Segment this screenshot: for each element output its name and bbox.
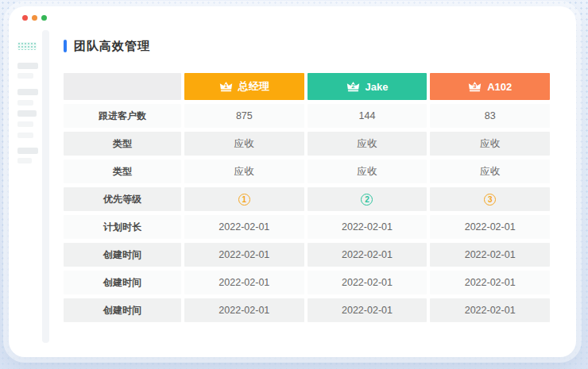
table-cell: 1	[184, 187, 304, 211]
table-cell: 应收	[184, 132, 304, 156]
row-label: 创建时间	[64, 271, 181, 294]
table-cell: 应收	[184, 160, 304, 183]
table-cell: 2022-02-01	[184, 271, 304, 294]
sidebar	[9, 6, 42, 357]
sidebar-skeleton-bar	[17, 148, 38, 154]
crown-rank-icon: 2	[346, 81, 360, 92]
table-cell: 83	[430, 104, 550, 128]
table-cell: 应收	[430, 160, 550, 183]
table-cell: 2	[308, 187, 427, 211]
sidebar-skeleton-bar	[17, 63, 38, 69]
table-cell: 2022-02-01	[184, 298, 304, 322]
table-cell: 应收	[430, 132, 550, 156]
column-header-jake[interactable]: 2 Jake	[308, 73, 427, 100]
page-title: 团队高效管理	[74, 39, 150, 54]
title-accent-bar	[64, 40, 67, 52]
sidebar-skeleton-bar	[17, 158, 32, 163]
column-header-label: Jake	[366, 81, 389, 93]
row-label: 优先等级	[64, 187, 181, 211]
table-row-priority: 优先等级 1 2 3	[64, 187, 550, 211]
column-header-label: 总经理	[238, 79, 269, 94]
row-label: 计划时长	[64, 215, 181, 239]
table-cell: 2022-02-01	[308, 243, 427, 267]
table-cell: 2022-02-01	[308, 298, 427, 322]
sidebar-skeleton-bar	[17, 133, 33, 138]
priority-badge: 2	[361, 194, 373, 206]
priority-badge: 3	[484, 194, 496, 206]
table-row: 创建时间 2022-02-01 2022-02-01 2022-02-01	[64, 271, 550, 294]
main-content: 团队高效管理 1 总经理	[49, 6, 576, 357]
app-window: 团队高效管理 1 总经理	[9, 6, 576, 357]
column-header-label: A102	[487, 81, 512, 93]
column-header-gm[interactable]: 1 总经理	[184, 73, 304, 100]
svg-text:3: 3	[473, 83, 476, 90]
logo-placeholder	[17, 42, 37, 50]
table-cell: 144	[308, 104, 427, 128]
table-cell: 2022-02-01	[430, 215, 550, 239]
table-row: 跟进客户数 875 144 83	[64, 104, 550, 128]
row-label: 创建时间	[64, 243, 181, 267]
table-cell: 2022-02-01	[430, 271, 550, 294]
svg-text:1: 1	[224, 83, 228, 90]
sidebar-skeleton-bar	[17, 100, 33, 106]
table-cell: 2022-02-01	[308, 271, 427, 294]
table-row: 类型 应收 应收 应收	[64, 132, 550, 156]
table-header-row: 1 总经理 2 Jake	[64, 73, 550, 100]
table-row: 创建时间 2022-02-01 2022-02-01 2022-02-01	[64, 243, 550, 267]
table-corner-cell	[64, 73, 181, 100]
sidebar-divider	[42, 30, 49, 343]
section-header: 团队高效管理	[64, 38, 576, 54]
table-cell: 2022-02-01	[430, 243, 550, 267]
row-label: 跟进客户数	[64, 104, 181, 128]
table-row: 类型 应收 应收 应收	[64, 160, 550, 183]
row-label: 类型	[64, 160, 181, 183]
table-cell: 2022-02-01	[184, 215, 304, 239]
table-cell: 2022-02-01	[430, 298, 550, 322]
column-header-a102[interactable]: 3 A102	[430, 73, 550, 100]
team-table: 1 总经理 2 Jake	[64, 73, 550, 322]
crown-rank-icon: 3	[468, 81, 482, 92]
table-cell: 3	[430, 187, 550, 211]
row-label: 类型	[64, 132, 181, 156]
table-cell: 2022-02-01	[184, 243, 304, 267]
crown-rank-icon: 1	[219, 81, 233, 92]
sidebar-skeleton-bar	[17, 121, 33, 127]
table-row: 计划时长 2022-02-01 2022-02-01 2022-02-01	[64, 215, 550, 239]
sidebar-skeleton-bar	[17, 89, 38, 95]
desktop-background: 团队高效管理 1 总经理	[0, 0, 588, 369]
sidebar-skeleton-bar	[17, 73, 33, 79]
svg-text:2: 2	[351, 83, 354, 90]
zoom-button[interactable]	[41, 15, 47, 21]
table-row: 创建时间 2022-02-01 2022-02-01 2022-02-01	[64, 298, 550, 322]
table-cell: 2022-02-01	[308, 215, 427, 239]
table-cell: 应收	[308, 160, 427, 183]
sidebar-skeleton-bar	[17, 110, 37, 117]
table-cell: 875	[184, 104, 304, 128]
table-cell: 应收	[308, 132, 427, 156]
priority-badge: 1	[238, 194, 250, 206]
row-label: 创建时间	[64, 298, 181, 322]
